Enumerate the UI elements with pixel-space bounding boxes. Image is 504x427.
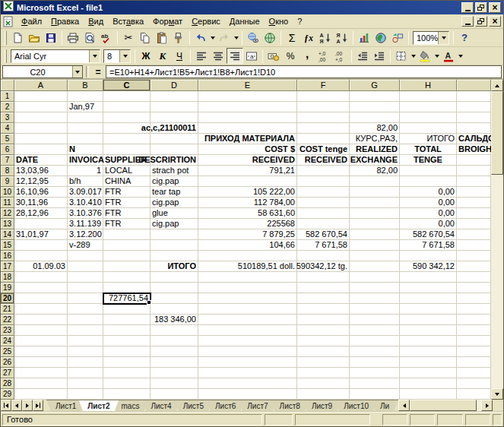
- cell-B5[interactable]: [68, 134, 103, 144]
- increase-indent-button[interactable]: [371, 48, 388, 64]
- cell-I16[interactable]: [457, 251, 491, 261]
- row-header-5[interactable]: 5: [1, 134, 14, 144]
- cell-B17[interactable]: [68, 261, 103, 272]
- cell-F24[interactable]: [297, 336, 350, 346]
- percent-button[interactable]: %: [282, 48, 299, 64]
- redo-dropdown[interactable]: [233, 30, 239, 46]
- cell-B29[interactable]: [68, 389, 103, 400]
- cell-I3[interactable]: [457, 112, 491, 123]
- cell-A1[interactable]: [14, 91, 68, 102]
- cell-A23[interactable]: [14, 325, 68, 336]
- cell-G17[interactable]: [350, 261, 400, 272]
- merge-center-button[interactable]: a: [243, 48, 260, 64]
- cell-G4[interactable]: 82,00: [350, 123, 400, 134]
- cell-A9[interactable]: 12,12,95: [14, 176, 68, 187]
- column-header-H[interactable]: H: [400, 80, 457, 91]
- cell-E6[interactable]: COST $: [198, 144, 297, 155]
- cell-A3[interactable]: [14, 112, 68, 123]
- cell-G18[interactable]: [350, 272, 400, 283]
- formula-input[interactable]: =E10+H14+Лист1!B5+Лист1!B8+Лист1!D10: [106, 65, 502, 78]
- cell-A8[interactable]: 13,03,96: [14, 166, 68, 176]
- cell-H13[interactable]: 0,00: [400, 219, 457, 229]
- scroll-up-button[interactable]: [491, 80, 503, 91]
- cell-E13[interactable]: 225568: [198, 219, 297, 229]
- sort-descending-button[interactable]: ЯА: [334, 30, 350, 46]
- cell-I20[interactable]: [457, 293, 491, 304]
- cell-G21[interactable]: [350, 304, 400, 315]
- cell-F10[interactable]: [297, 187, 350, 198]
- cell-F3[interactable]: [297, 112, 350, 123]
- cell-C28[interactable]: [103, 378, 151, 389]
- cell-H8[interactable]: [400, 166, 457, 176]
- cell-I21[interactable]: [457, 304, 491, 315]
- tab-prev-button[interactable]: [11, 400, 22, 411]
- cell-A27[interactable]: [14, 368, 68, 378]
- cell-G14[interactable]: [350, 229, 400, 240]
- row-header-10[interactable]: 10: [1, 187, 14, 198]
- row-header-21[interactable]: 21: [1, 304, 14, 315]
- row-header-9[interactable]: 9: [1, 176, 14, 187]
- cell-I12[interactable]: [457, 208, 491, 219]
- cell-B9[interactable]: b/h: [68, 176, 103, 187]
- spelling-button[interactable]: ab: [98, 30, 115, 46]
- cell-E9[interactable]: [198, 176, 297, 187]
- cell-H23[interactable]: [400, 325, 457, 336]
- decrease-indent-button[interactable]: [354, 48, 371, 64]
- sheet-tab-Ли[interactable]: Ли: [371, 400, 398, 411]
- cell-C22[interactable]: [103, 315, 151, 325]
- cell-G24[interactable]: [350, 336, 400, 346]
- menu-данные[interactable]: Данные: [225, 15, 265, 27]
- cell-H24[interactable]: [400, 336, 457, 346]
- row-header-1[interactable]: 1: [1, 91, 14, 102]
- cell-E11[interactable]: 112 784,00: [198, 198, 297, 208]
- cell-I24[interactable]: [457, 336, 491, 346]
- cell-I26[interactable]: [457, 357, 491, 368]
- cell-H25[interactable]: [400, 346, 457, 357]
- cell-G13[interactable]: [350, 219, 400, 229]
- cell-G22[interactable]: [350, 315, 400, 325]
- underline-button[interactable]: Ч: [171, 48, 188, 64]
- cell-A20[interactable]: [14, 293, 68, 304]
- cell-B2[interactable]: Jan,97: [68, 102, 103, 112]
- cell-E4[interactable]: [198, 123, 297, 134]
- cell-B23[interactable]: [68, 325, 103, 336]
- cell-H10[interactable]: 0,00: [400, 187, 457, 198]
- cell-D23[interactable]: [151, 325, 198, 336]
- cell-H29[interactable]: [400, 389, 457, 400]
- column-header-I[interactable]: [457, 80, 491, 91]
- row-header-26[interactable]: 26: [1, 357, 14, 368]
- cell-G12[interactable]: [350, 208, 400, 219]
- cell-C17[interactable]: [103, 261, 151, 272]
- font-color-dropdown[interactable]: [457, 48, 464, 64]
- cell-B8[interactable]: 1: [68, 166, 103, 176]
- cell-D9[interactable]: cig.pap: [151, 176, 198, 187]
- cell-F12[interactable]: [297, 208, 350, 219]
- cell-A12[interactable]: 28,12,96: [14, 208, 68, 219]
- cell-F16[interactable]: [297, 251, 350, 261]
- cell-E8[interactable]: 791,21: [198, 166, 297, 176]
- cell-D29[interactable]: [151, 389, 198, 400]
- cell-H27[interactable]: [400, 368, 457, 378]
- menu-help[interactable]: ?: [293, 15, 306, 27]
- cell-B26[interactable]: [68, 357, 103, 368]
- cell-A21[interactable]: [14, 304, 68, 315]
- cell-G7[interactable]: EXCHANGE: [350, 155, 400, 166]
- cell-F20[interactable]: [297, 293, 350, 304]
- font-size-combo[interactable]: 8: [103, 49, 131, 63]
- cell-H15[interactable]: 7 671,58: [400, 240, 457, 251]
- currency-button[interactable]: [265, 48, 282, 64]
- cell-B10[interactable]: 3.09.017: [68, 187, 103, 198]
- zoom-dropdown[interactable]: [438, 32, 449, 44]
- row-header-2[interactable]: 2: [1, 102, 14, 112]
- cell-E27[interactable]: [198, 368, 297, 378]
- cell-C24[interactable]: [103, 336, 151, 346]
- cell-H5[interactable]: ИТОГО: [400, 134, 457, 144]
- column-header-A[interactable]: A: [14, 80, 68, 91]
- cell-C16[interactable]: [103, 251, 151, 261]
- cell-D7[interactable]: DESCRIRTION: [151, 155, 198, 166]
- cell-E15[interactable]: 104,66: [198, 240, 297, 251]
- cell-I10[interactable]: [457, 187, 491, 198]
- cell-E29[interactable]: [198, 389, 297, 400]
- cell-E24[interactable]: [198, 336, 297, 346]
- cell-C14[interactable]: [103, 229, 151, 240]
